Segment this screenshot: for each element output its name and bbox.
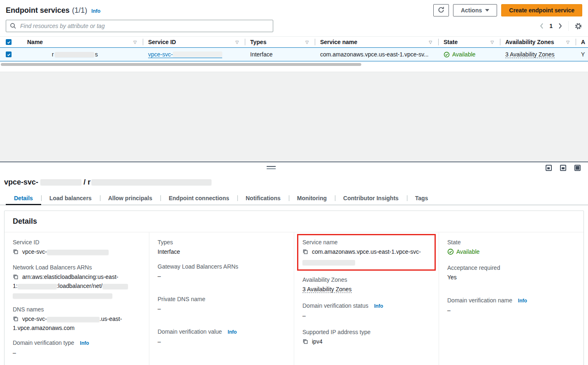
details-column-2: Types Interface Gateway Load Balancers A… [149,232,294,365]
select-all-checkbox[interactable] [6,39,12,45]
info-link[interactable]: Info [228,329,237,335]
details-column-4: State Available Acceptance required Yes … [439,232,583,365]
details-card: Details Service ID vpce-svc- Network Loa… [4,211,584,365]
create-endpoint-service-button[interactable]: Create endpoint service [501,4,582,16]
search-box[interactable] [6,20,273,32]
field-service-id: Service ID vpce-svc- [13,238,141,257]
column-header-clipped[interactable]: A [576,37,588,47]
row-service-id-cell: vpce-svc- [143,48,245,61]
list-header: Endpoint services (1/1) Info Actions Cre… [0,0,588,16]
panel-layout-controls [546,165,581,171]
availability-zones-link[interactable]: 3 Availability Zones [505,51,555,58]
details-column-3: Service name com.amazonaws.vpce.us-east-… [294,232,439,365]
tab-monitoring[interactable]: Monitoring [289,192,335,205]
tab-notifications[interactable]: Notifications [237,192,289,205]
column-header-service-id[interactable]: Service ID ▽ [143,37,245,47]
endpoint-service-row[interactable]: r s vpce-svc- Interface com.amazonaws.vp… [0,47,588,61]
redacted-text [173,51,222,57]
column-header-name[interactable]: Name ▽ [21,37,143,47]
info-link[interactable]: Info [518,298,527,304]
select-all-checkbox-cell [0,37,21,47]
redacted-text [18,284,57,289]
field-supported-ip-address-type: Supported IP address type ipv4 [302,328,430,346]
table-header-row: Name ▽ Service ID ▽ Types ▽ Service name… [0,36,588,48]
copy-icon[interactable] [13,274,19,282]
refresh-button[interactable] [433,4,449,16]
info-link[interactable]: Info [374,303,383,309]
info-link[interactable]: Info [80,340,89,346]
tab-load-balancers[interactable]: Load balancers [41,192,100,205]
list-toolbar: 1 [0,16,588,32]
field-private-dns-name: Private DNS name – [158,295,286,313]
sort-icon[interactable]: ▽ [133,40,137,44]
row-checkbox[interactable] [6,51,12,57]
panel-size-small-icon[interactable] [546,165,552,171]
sort-icon[interactable]: ▽ [235,40,239,44]
tab-contributor-insights[interactable]: Contributor Insights [335,192,407,205]
redacted-text [47,250,109,255]
detail-tabs: Details Load balancers Allow principals … [0,192,588,205]
field-domain-verification-name: Domain verification name Info – [447,296,575,314]
field-availability-zones: Availability Zones 3 Availability Zones [302,276,430,293]
sort-icon[interactable]: ▽ [429,40,432,44]
redacted-text [55,52,94,57]
resource-count: (1/1) [72,6,87,15]
row-types-cell: Interface [245,48,315,61]
scrollbar-thumb[interactable] [1,63,361,66]
service-name-highlight-box: Service name com.amazonaws.vpce.us-east-… [297,234,436,271]
page-number[interactable]: 1 [549,23,553,29]
copy-icon[interactable] [13,316,19,324]
column-header-service-name[interactable]: Service name ▽ [315,37,439,47]
detail-panel: vpce-svc- / r Details Load balancers All… [0,161,588,364]
pagination-prev-icon[interactable] [539,23,544,29]
field-acceptance-required: Acceptance required Yes [447,264,575,281]
redacted-text [13,293,112,299]
row-clipped-cell: Y [576,48,588,61]
field-domain-verification-type: Domain verification type Info – [13,339,141,357]
column-header-availability-zones[interactable]: Availability Zones ▽ [500,37,576,47]
pagination: 1 [539,21,582,31]
redacted-text [47,317,100,322]
panel-title: vpce-svc- / r [4,178,588,187]
settings-gear-icon[interactable] [574,22,582,30]
pager-divider [568,21,569,31]
tab-allow-principals[interactable]: Allow principals [100,192,160,205]
tab-tags[interactable]: Tags [407,192,437,205]
service-id-link[interactable]: vpce-svc- [148,51,222,58]
actions-button[interactable]: Actions [453,4,497,16]
redacted-text [40,179,81,185]
caret-down-icon [485,9,489,12]
check-circle-icon [447,248,454,255]
field-nlb-arns: Network Load Balancers ARNs arn:aws:elas… [13,263,141,299]
tab-endpoint-connections[interactable]: Endpoint connections [160,192,237,205]
horizontal-scrollbar[interactable] [0,63,588,67]
sort-icon[interactable]: ▽ [305,40,309,44]
row-name-cell: r s [21,48,143,61]
column-header-state[interactable]: State ▽ [439,37,500,47]
field-dns-names: DNS names vpce-svc-.us-east- 1.vpce.amaz… [13,305,141,332]
panel-size-full-icon[interactable] [574,165,581,171]
search-icon [10,23,16,29]
check-circle-icon [444,51,450,58]
field-gateway-lb-arns: Gateway Load Balancers ARNs – [158,262,286,280]
panel-head [0,162,588,173]
redacted-text [91,179,211,185]
sort-icon[interactable]: ▽ [566,40,569,44]
copy-icon[interactable] [13,248,19,257]
refresh-icon [437,6,445,15]
copy-icon[interactable] [302,338,308,346]
copy-icon[interactable] [302,248,308,257]
pagination-next-icon[interactable] [558,23,562,29]
spacer [0,67,588,72]
availability-zones-link[interactable]: 3 Availability Zones [302,286,352,293]
field-domain-verification-value: Domain verification value Info – [158,328,286,346]
split-drag-handle-icon[interactable] [267,166,276,169]
info-link[interactable]: Info [91,8,100,14]
search-input[interactable] [19,20,273,32]
column-header-types[interactable]: Types ▽ [245,37,315,47]
tab-details[interactable]: Details [6,192,41,205]
panel-size-medium-icon[interactable] [560,165,566,171]
redacted-text [102,284,128,289]
row-availability-zones-cell: 3 Availability Zones [500,48,576,61]
sort-icon[interactable]: ▽ [490,40,494,44]
